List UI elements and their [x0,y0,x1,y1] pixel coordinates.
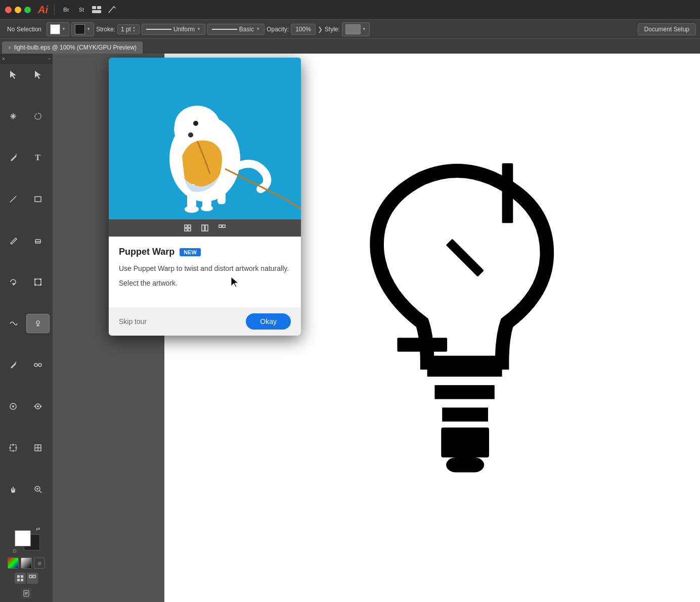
traffic-lights [5,7,31,13]
maximize-button[interactable] [24,7,31,13]
modal-text-content: Puppet Warp NEW Use Puppet Warp to twist… [109,237,301,307]
tool-puppet-warp[interactable] [27,314,49,333]
bridge-icon[interactable]: Br [61,4,72,15]
tab-close-button[interactable]: × [8,45,11,51]
svg-point-21 [36,321,39,324]
svg-point-26 [34,363,37,366]
stock-icon[interactable]: St [76,4,87,15]
okay-button[interactable]: Okay [246,313,291,330]
tool-rectangle[interactable] [27,190,49,208]
stroke-type-selector[interactable]: Basic ▼ [207,24,265,35]
tool-slice[interactable] [27,439,49,457]
svg-rect-51 [29,575,32,578]
style-label: Style: [325,26,340,33]
no-selection-indicator: No Selection [4,24,45,34]
close-button[interactable] [5,7,12,13]
svg-line-12 [11,243,12,244]
modal-instruction: Select the artwork. [119,279,291,287]
stroke-type-chevron: ▼ [256,27,260,31]
style-swatch [345,24,361,34]
fill-chevron: ▼ [62,27,66,31]
color-mode-icon[interactable] [8,558,19,569]
opacity-expand[interactable]: ❯ [318,26,323,33]
modal-description: Use Puppet Warp to twist and distort art… [119,263,291,274]
main-area: × » [0,54,700,602]
svg-point-34 [40,406,41,407]
canvas-area: Puppet Warp NEW Use Puppet Warp to twist… [53,54,700,602]
tool-symbol[interactable] [27,397,49,415]
fill-color-picker[interactable]: ▼ [47,22,69,36]
svg-rect-47 [17,575,20,578]
document-setup-button[interactable]: Document Setup [638,23,696,35]
svg-point-75 [201,205,213,211]
svg-point-74 [185,206,199,213]
tool-lasso[interactable] [27,107,49,125]
document-tab[interactable]: × light-bulb.eps @ 100% (CMYK/GPU Previe… [2,41,143,54]
view-mode-normal[interactable] [15,573,26,584]
main-toolbar: No Selection ▼ ▼ Stroke: 1 pt ▲ ▼ Unifor… [0,19,700,38]
tool-pencil[interactable] [2,231,24,250]
stroke-line-preview [146,29,171,30]
tool-pen[interactable] [2,149,24,167]
tool-magic-wand[interactable] [2,107,24,125]
style-chevron: ▼ [362,27,366,31]
stroke-style-chevron: ▼ [197,27,201,31]
stroke-style-selector[interactable]: Uniform ▼ [142,24,205,35]
modal-ctrl-expand[interactable] [182,222,193,234]
minimize-button[interactable] [15,7,21,13]
tool-select[interactable] [2,66,24,84]
title-bar: Ai Br St [0,0,700,19]
modal-ctrl-list[interactable] [216,222,228,234]
fill-swatch [50,24,60,34]
tools-grid: T [0,64,53,523]
svg-rect-73 [217,184,226,204]
panel-collapse-icon[interactable]: » [49,57,51,61]
gradient-mode-icon[interactable] [21,558,32,569]
opacity-input[interactable]: 100% [291,24,316,35]
tool-rotate[interactable] [2,273,24,291]
tool-eraser[interactable] [27,231,49,250]
new-badge: NEW [180,248,201,256]
workspace-icon[interactable] [91,4,102,15]
stroke-value-input[interactable]: 1 pt ▲ ▼ [117,24,140,34]
tool-colorpicker[interactable] [2,397,24,415]
document-icon[interactable] [21,588,32,599]
stroke-up[interactable]: ▲ [132,26,136,29]
modal-footer: Skip tour Okay [109,307,301,336]
tool-warp[interactable] [2,314,24,333]
tool-zoom[interactable] [27,480,49,498]
foreground-color-swatch[interactable] [15,530,31,546]
tool-blend[interactable] [27,356,49,374]
svg-rect-52 [33,575,35,578]
svg-point-27 [38,363,41,366]
brush-icon[interactable] [106,4,117,15]
tab-title: light-bulb.eps @ 100% (CMYK/GPU Preview) [14,44,137,51]
svg-rect-48 [21,575,23,578]
skip-tour-button[interactable]: Skip tour [119,317,147,326]
tool-type[interactable]: T [27,149,49,167]
svg-rect-64 [446,457,484,473]
tab-bar: × light-bulb.eps @ 100% (CMYK/GPU Previe… [0,38,700,54]
tool-line[interactable] [2,190,24,208]
tool-eyedropper[interactable] [2,356,24,374]
modal-ctrl-grid[interactable] [199,222,210,234]
stroke-down[interactable]: ▼ [132,29,136,32]
stroke-type-preview [212,29,237,30]
no-fill-icon[interactable]: ⊘ [34,558,45,569]
svg-point-70 [193,121,198,126]
stroke-color-picker[interactable]: ▼ [71,22,94,36]
tool-artboard[interactable] [2,439,24,457]
panel-close-icon[interactable]: × [2,56,7,61]
svg-rect-50 [21,579,23,581]
tool-direct-select[interactable] [27,66,49,84]
view-mode-outline[interactable] [27,573,38,584]
svg-line-25 [15,362,16,363]
svg-rect-77 [188,225,191,227]
svg-marker-4 [35,71,41,79]
tool-hand[interactable] [2,480,24,498]
reset-colors-icon[interactable]: ⊡ [13,548,17,553]
swap-colors-icon[interactable]: ⇄ [36,526,40,532]
tool-free-transform[interactable] [27,273,49,291]
svg-rect-1 [97,6,101,9]
style-picker[interactable]: ▼ [342,22,370,36]
